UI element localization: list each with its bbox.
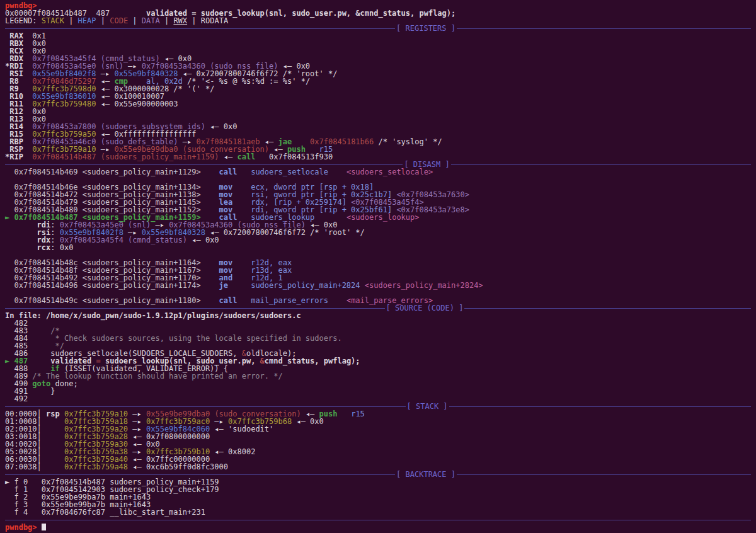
text-segment: 0x7f08453a45f4 (cmnd_status) <box>60 236 187 244</box>
call-arg-row: rdx: 0x7f08453a45f4 (cmnd_status) ◂— 0x0 <box>5 236 751 244</box>
divider-line <box>451 164 751 165</box>
text-segment: 492 <box>5 394 28 403</box>
divider-line <box>5 308 385 309</box>
text-segment: ◂— 0x0 <box>292 417 324 426</box>
disasm-row: 0x7f084514b469 <sudoers_policy_main+1129… <box>5 168 751 176</box>
text-segment: STACK <box>42 16 64 25</box>
text-segment: f 4 <box>14 508 28 517</box>
source-row: 484 * Check sudoers sources, using the l… <box>5 335 751 342</box>
source-row: 482 <box>5 319 751 327</box>
text-segment <box>28 508 42 517</box>
register-row: R11 0x7ffc3b759480 ◂— 0x55e900000003 <box>5 100 751 108</box>
text-segment <box>328 168 346 176</box>
source-row: 490 goto done; <box>5 380 751 387</box>
register-row: RAX 0x1 <box>5 32 751 40</box>
text-segment: call <box>219 296 238 305</box>
text-segment: ◂— 0xc6b59ff0d8fc3000 <box>128 462 228 471</box>
register-row: RBX 0x0 <box>5 40 751 47</box>
text-segment: ◂— 0x8002 <box>210 447 255 456</box>
text-segment: | <box>128 16 142 25</box>
text-segment: 0x7f084514b469 <sudoers_policy_main+1129… <box>14 168 200 176</box>
text-segment: RWX <box>173 16 187 25</box>
text-cursor[interactable] <box>42 524 46 530</box>
text-segment: DATA <box>142 16 160 25</box>
text-segment: 0x7ffc3b759a48 <box>64 462 128 471</box>
register-row: *RIP 0x7f084514b487 (sudoers_policy_main… <box>5 153 751 161</box>
text-segment: LEGEND: <box>5 16 42 25</box>
text-segment: *RIP <box>5 152 32 161</box>
divider-line <box>5 406 406 407</box>
text-segment <box>5 281 14 290</box>
source-row: 492 <box>5 395 751 403</box>
text-segment: rcx <box>37 243 51 252</box>
text-segment <box>5 296 14 305</box>
terminal-screen: pwndbg>0x00007f084514b487 487 validated … <box>0 0 756 533</box>
text-segment: | <box>187 16 201 25</box>
disasm-row: 0x7f084514b496 <sudoers_policy_main+1174… <box>5 282 751 289</box>
stack-row: 07:0038│ 0x7ffc3b759a48 ◂— 0xc6b59ff0d8f… <box>5 463 751 471</box>
divider-line <box>5 520 751 520</box>
text-segment: HEAP <box>78 16 96 25</box>
text-segment: sudoers_setlocale <box>251 168 328 176</box>
text-segment <box>255 152 269 161</box>
text-segment: ◂— 0x72007800746f6f72 /* 'root' */ <box>205 228 365 237</box>
divider-line <box>5 474 395 475</box>
divider-line <box>449 406 751 407</box>
text-segment: <sudoers_setlocale> <box>346 168 433 176</box>
text-segment: 0x0 <box>60 243 74 252</box>
text-segment <box>5 243 37 252</box>
text-segment: r15 <box>351 410 365 418</box>
prompt-label: pwndbg> <box>5 523 37 532</box>
text-segment <box>201 296 219 305</box>
text-segment <box>5 168 14 176</box>
text-segment <box>201 168 219 176</box>
text-segment: | <box>160 16 174 25</box>
terminal-output: pwndbg>0x00007f084514b487 487 validated … <box>5 2 751 516</box>
text-segment: ◂— 0x0 <box>205 122 238 131</box>
divider-line <box>464 308 751 309</box>
text-segment: | <box>64 16 78 25</box>
text-segment: cmnd_status, pwflag); <box>265 357 360 365</box>
text-segment: RODATA <box>201 16 228 25</box>
text-segment <box>360 281 365 290</box>
text-segment: ◂— <box>219 152 238 161</box>
text-segment: CODE <box>110 16 128 25</box>
text-segment: | <box>96 16 110 25</box>
divider-line <box>5 164 403 165</box>
divider-line <box>457 28 751 29</box>
text-segment: /* 'syslog' */ <box>374 137 442 146</box>
text-segment <box>201 281 219 290</box>
text-segment: 'sudoedit' <box>228 425 273 433</box>
text-segment: 07:0038│ <box>5 462 64 471</box>
text-segment: : <box>50 243 59 252</box>
section-title-backtrace: [ BACKTRACE ] <box>395 471 457 478</box>
source-file-path: In file: /home/x/sudo_pwn/sudo-1.9.12p1/… <box>5 312 751 319</box>
call-arg-row: rcx: 0x0 <box>5 244 751 251</box>
text-segment: ◂— 0x55e900000003 <box>96 100 178 108</box>
text-segment: <sudoers_policy_main+2824> <box>365 281 483 290</box>
text-segment: In file: /home/x/sudo_pwn/sudo-1.9.12p1/… <box>5 311 301 320</box>
text-segment: call <box>219 168 238 176</box>
text-segment: <sudoers_lookup> <box>346 213 420 222</box>
text-segment: & <box>260 357 265 365</box>
text-segment: 0x7f084514b496 <sudoers_policy_main+1174… <box>14 281 200 290</box>
text-segment: 0x7f084514b49c <sudoers_policy_main+1180… <box>14 296 200 305</box>
bottom-divider <box>5 516 751 524</box>
command-prompt-line[interactable]: pwndbg> <box>5 524 751 531</box>
backtrace-frame: f 4 0x7f084676fc87 __libc_start_main+231 <box>5 508 751 516</box>
text-segment: 0x7f084513f930 <box>269 152 333 161</box>
text-segment: * Check sudoers sources, using the local… <box>55 334 341 343</box>
text-segment <box>337 410 351 418</box>
text-segment <box>5 508 14 517</box>
text-segment: sudoers_policy_main+2824 <box>251 281 360 290</box>
section-title-stack: [ STACK ] <box>406 403 449 410</box>
text-segment <box>328 296 346 305</box>
legend: LEGEND: STACK | HEAP | CODE | DATA | RWX… <box>5 17 751 25</box>
divider-line <box>5 28 395 29</box>
section-divider-registers: [ REGISTERS ] <box>5 25 751 32</box>
text-segment: je <box>219 281 228 290</box>
text-segment: ◂— <box>210 425 228 433</box>
section-title-registers: [ REGISTERS ] <box>395 25 457 32</box>
text-segment: 0x7f084676fc87 __libc_start_main+231 <box>42 508 205 517</box>
source-row: 489 /* The lookup function should have p… <box>5 372 751 380</box>
